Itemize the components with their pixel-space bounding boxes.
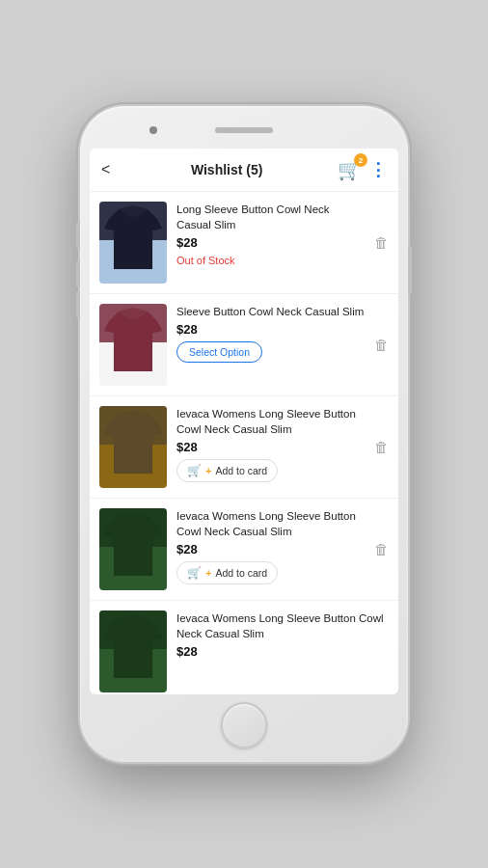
product-image xyxy=(99,304,167,386)
product-action-row: Select Option xyxy=(176,341,365,363)
product-info: Ievaca Womens Long Sleeve Button Cowl Ne… xyxy=(176,406,365,482)
product-price: $28 xyxy=(176,235,365,250)
product-image xyxy=(99,610,167,692)
product-action-row: 🛒+Add to card xyxy=(176,459,365,482)
product-image xyxy=(99,202,167,284)
product-name: Ievaca Womens Long Sleeve Button Cowl Ne… xyxy=(176,508,365,539)
delete-button[interactable]: 🗑 xyxy=(374,541,389,557)
product-action-row: 🛒+Add to card xyxy=(176,561,365,584)
product-info: Ievaca Womens Long Sleeve Button Cowl Ne… xyxy=(176,508,365,584)
speaker xyxy=(215,127,273,133)
cart-btn-icon: 🛒 xyxy=(187,464,202,477)
list-item: Long Sleeve Button Cowl Neck Casual Slim… xyxy=(90,192,398,294)
app-header: < Wishlist (5) 🛒 2 ⋮ xyxy=(90,149,398,192)
cart-badge: 2 xyxy=(354,153,367,167)
list-item: Ievaca Womens Long Sleeve Button Cowl Ne… xyxy=(90,601,398,694)
delete-button[interactable]: 🗑 xyxy=(374,234,389,251)
home-button[interactable] xyxy=(221,702,267,748)
list-item: Ievaca Womens Long Sleeve Button Cowl Ne… xyxy=(90,396,398,499)
product-name: Sleeve Button Cowl Neck Casual Slim xyxy=(176,304,365,319)
cart-button[interactable]: 🛒 2 xyxy=(338,158,362,181)
list-item: Sleeve Button Cowl Neck Casual Slim$28Se… xyxy=(90,294,398,396)
phone-top-bar xyxy=(90,120,398,141)
add-to-cart-button[interactable]: 🛒+Add to card xyxy=(176,459,278,482)
add-to-cart-label: Add to card xyxy=(215,465,267,476)
product-price: $28 xyxy=(176,322,365,337)
phone-frame: < Wishlist (5) 🛒 2 ⋮ Long Sleeve Button … xyxy=(80,106,408,762)
product-image xyxy=(99,508,167,590)
product-info: Long Sleeve Button Cowl Neck Casual Slim… xyxy=(176,202,365,266)
product-price: $28 xyxy=(176,440,365,454)
product-price: $28 xyxy=(176,644,389,659)
header-actions: 🛒 2 ⋮ xyxy=(338,158,387,181)
back-button[interactable]: < xyxy=(101,159,116,180)
list-item: Ievaca Womens Long Sleeve Button Cowl Ne… xyxy=(90,499,398,601)
screen: < Wishlist (5) 🛒 2 ⋮ Long Sleeve Button … xyxy=(90,149,398,694)
cart-btn-icon: 🛒 xyxy=(187,566,202,580)
product-name: Long Sleeve Button Cowl Neck Casual Slim xyxy=(176,202,365,232)
product-price: $28 xyxy=(176,542,365,556)
camera xyxy=(149,126,157,134)
plus-icon: + xyxy=(205,567,211,579)
product-info: Sleeve Button Cowl Neck Casual Slim$28Se… xyxy=(176,304,365,363)
add-to-cart-button[interactable]: 🛒+Add to card xyxy=(176,561,278,584)
add-to-cart-label: Add to card xyxy=(215,567,267,579)
product-image xyxy=(99,406,167,488)
plus-icon: + xyxy=(205,465,211,476)
delete-button[interactable]: 🗑 xyxy=(374,337,389,353)
more-menu-button[interactable]: ⋮ xyxy=(369,159,387,180)
product-info: Ievaca Womens Long Sleeve Button Cowl Ne… xyxy=(176,610,389,659)
delete-button[interactable]: 🗑 xyxy=(374,439,389,455)
product-name: Ievaca Womens Long Sleeve Button Cowl Ne… xyxy=(176,406,365,437)
out-of-stock-label: Out of Stock xyxy=(176,255,235,266)
product-action-row: Out of Stock xyxy=(176,255,365,266)
select-option-button[interactable]: Select Option xyxy=(176,341,262,363)
wishlist-product-list: Long Sleeve Button Cowl Neck Casual Slim… xyxy=(90,192,398,694)
product-name: Ievaca Womens Long Sleeve Button Cowl Ne… xyxy=(176,610,389,641)
page-title: Wishlist (5) xyxy=(116,162,338,177)
